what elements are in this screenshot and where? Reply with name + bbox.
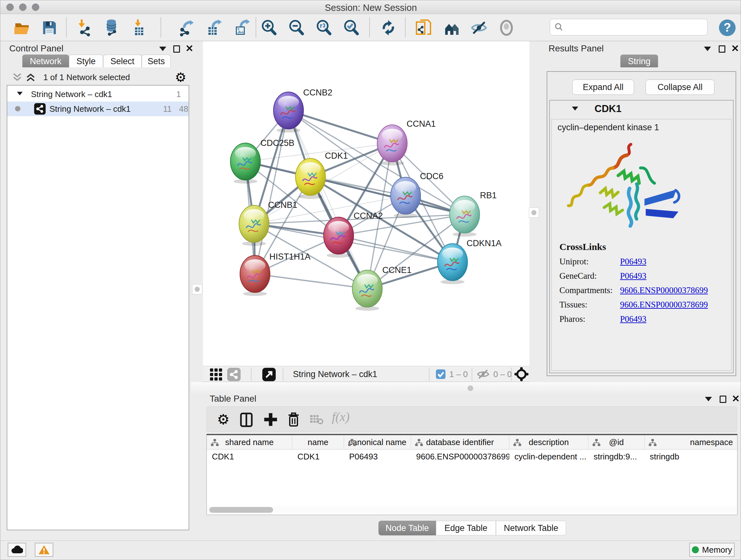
duplicate-network-button[interactable] [414, 18, 433, 37]
tab-sets[interactable]: Sets [142, 55, 171, 67]
panel-float-icon[interactable] [173, 45, 180, 53]
options-gear-icon[interactable]: ⚙ [175, 70, 186, 84]
tab-edge-table[interactable]: Edge Table [436, 521, 496, 536]
edge-CCNB2-CCNA1[interactable] [288, 111, 392, 143]
column-header-database-identifier[interactable]: database identifier [411, 435, 509, 449]
right-splitter-handle[interactable] [529, 207, 539, 218]
table-cell[interactable]: stringdb:9... [589, 450, 645, 463]
panel-float-icon[interactable] [720, 395, 726, 403]
export-network-button[interactable] [178, 18, 197, 37]
crosslink-link[interactable]: 9606.ENSP00000378699 [620, 286, 708, 295]
column-header-shared-name[interactable]: shared name [207, 435, 292, 449]
save-session-button[interactable] [40, 18, 59, 37]
home-views-button[interactable] [442, 18, 461, 37]
column-header-@id[interactable]: @id [589, 435, 645, 449]
open-session-button[interactable] [12, 18, 31, 37]
splitter-grip[interactable] [468, 385, 473, 391]
node-HIST1H1A[interactable] [240, 255, 270, 296]
show-all-button[interactable] [497, 18, 516, 37]
panel-menu-icon[interactable] [159, 47, 166, 51]
scrollbar-thumb[interactable] [209, 507, 273, 513]
zoom-out-button[interactable] [287, 18, 306, 37]
function-builder-icon[interactable]: f(x) [332, 409, 350, 424]
crosslink-link[interactable]: P06493 [620, 257, 647, 266]
import-network-from-database-button[interactable] [102, 18, 121, 37]
delete-column-icon[interactable] [287, 412, 300, 427]
birds-eye-view-icon[interactable] [262, 368, 276, 381]
table-cell[interactable]: cyclin-dependent ... [509, 450, 589, 463]
column-header-name[interactable]: name [292, 435, 344, 449]
node-CDK1[interactable] [295, 159, 326, 199]
panel-close-icon[interactable]: ✕ [732, 394, 740, 403]
zoom-fit-button[interactable] [314, 18, 333, 37]
tab-node-table[interactable]: Node Table [379, 521, 436, 536]
help-button[interactable]: ? [718, 18, 737, 37]
export-table-button[interactable] [205, 18, 224, 37]
refresh-button[interactable] [379, 18, 398, 37]
column-header-canonical-name[interactable]: canonical name [344, 435, 411, 449]
tab-network-table[interactable]: Network Table [496, 521, 566, 536]
crosslink-link[interactable]: P06493 [620, 271, 647, 281]
string-view-icon[interactable] [227, 368, 241, 381]
grid-view-icon[interactable] [209, 368, 223, 381]
panel-float-icon[interactable] [719, 45, 725, 53]
hidden-eye-icon[interactable] [477, 369, 489, 380]
panel-close-icon[interactable]: ✕ [185, 44, 193, 53]
crosslink-row: Pharos:P06493 [559, 314, 708, 324]
table-cell[interactable]: P06493 [344, 450, 411, 463]
collapse-all-button[interactable]: Collapse All [646, 79, 715, 95]
delete-table-icon[interactable] [310, 415, 324, 425]
table-cell[interactable]: CDK1 [207, 450, 292, 463]
network-canvas[interactable]: CCNB2CCNA1CDC25BCDK1CDC6RB1CCNB1CCNA2CDK… [203, 41, 529, 366]
table-settings-gear-icon[interactable]: ⚙ [217, 411, 229, 428]
column-header-description[interactable]: description [509, 435, 589, 449]
node-CDC25B[interactable] [230, 143, 260, 184]
network-collection-row[interactable]: String Network – cdk1 1 [7, 87, 189, 102]
export-image-button[interactable] [232, 18, 252, 37]
panel-menu-icon[interactable] [705, 397, 712, 401]
left-splitter-handle[interactable] [192, 284, 202, 294]
table-horizontal-scrollbar[interactable] [207, 506, 737, 513]
tab-select[interactable]: Select [103, 55, 142, 67]
panel-close-icon[interactable]: ✕ [731, 44, 739, 53]
node-CCNB2[interactable] [273, 92, 304, 132]
tab-style[interactable]: Style [69, 55, 103, 67]
node-RB1[interactable] [450, 196, 480, 237]
fit-content-crosshair-icon[interactable] [515, 367, 529, 381]
node-CCNB1[interactable] [239, 205, 269, 246]
node-CDKN1A[interactable] [437, 244, 468, 284]
hide-selected-button[interactable] [469, 18, 488, 37]
selected-checkbox-icon[interactable] [436, 369, 446, 379]
edge-HIST1H1A-CCNE1[interactable] [255, 274, 367, 289]
zoom-in-button[interactable] [259, 18, 279, 37]
tab-string[interactable]: String [620, 55, 658, 67]
cloud-status-button[interactable] [8, 543, 26, 557]
section-collapse-icon[interactable] [572, 107, 578, 111]
warnings-button[interactable] [35, 543, 53, 557]
table-cell[interactable]: CDK1 [292, 450, 344, 463]
tab-network[interactable]: Network [22, 55, 69, 67]
zoom-selected-button[interactable] [342, 18, 361, 37]
table-cell[interactable]: stringdb [645, 450, 738, 463]
import-table-button[interactable] [129, 18, 148, 37]
edge-CCNA2-CDKN1A[interactable] [339, 236, 453, 262]
column-header-namespace[interactable]: namespace [645, 435, 738, 449]
string-network-icon [34, 103, 46, 115]
horizontal-splitter[interactable] [191, 382, 741, 394]
network-row[interactable]: String Network – cdk1 11 48 [7, 102, 189, 116]
search-input[interactable] [563, 22, 707, 32]
crosslink-link[interactable]: P06493 [620, 314, 647, 324]
memory-button[interactable]: Memory [689, 543, 735, 557]
import-network-button[interactable] [74, 18, 93, 37]
add-column-icon[interactable] [264, 413, 278, 427]
panel-menu-icon[interactable] [704, 47, 711, 51]
network-graph[interactable]: CCNB2CCNA1CDC25BCDK1CDC6RB1CCNB1CCNA2CDK… [203, 41, 529, 366]
table-cell[interactable]: 9606.ENSP00000378699 [411, 450, 509, 463]
expand-all-button[interactable]: Expand All [572, 79, 634, 95]
tree-expand-icon[interactable] [17, 91, 23, 95]
show-columns-icon[interactable] [240, 413, 253, 427]
node-CCNA1[interactable] [377, 125, 407, 165]
crosslink-link[interactable]: 9606.ENSP00000378699 [620, 300, 708, 310]
node-CCNE1[interactable] [352, 270, 382, 311]
edge-CCNB2-CCNE1[interactable] [288, 111, 367, 289]
